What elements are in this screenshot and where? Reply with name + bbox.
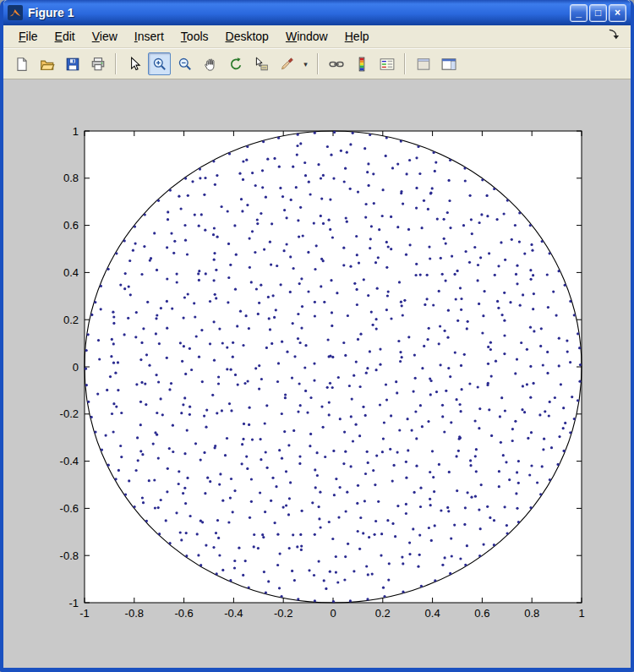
x-tick-label: -0.8 (125, 607, 144, 620)
rotate-3d-icon (228, 57, 243, 72)
y-tick-label: 1 (73, 125, 79, 138)
x-tick-label: -0.4 (224, 607, 243, 620)
zoom-in-icon (152, 57, 167, 72)
x-tick-label: 1 (578, 607, 584, 620)
title-bar[interactable]: Figure 1 _ □ × (3, 0, 631, 25)
show-plot-tools-icon (441, 57, 456, 72)
toolbar-separator (115, 53, 117, 74)
print-figure-button[interactable] (86, 52, 109, 75)
x-tick-label: 0.4 (425, 607, 440, 620)
print-figure-icon (90, 57, 106, 72)
menu-item-window[interactable]: Window (277, 26, 336, 46)
open-file-icon (40, 57, 55, 72)
rotate-3d-button[interactable] (224, 52, 247, 75)
menu-item-help[interactable]: Help (336, 26, 378, 46)
x-tick-label: -0.2 (274, 607, 292, 620)
save-figure-icon (65, 57, 80, 72)
insert-colorbar-icon (354, 57, 369, 72)
close-icon: × (609, 5, 626, 21)
menu-items: FileEditViewInsertToolsDesktopWindowHelp (10, 26, 378, 46)
plot-area[interactable]: -1-0.8-0.6-0.4-0.200.20.40.60.8110.80.60… (34, 123, 603, 630)
x-tick-label: 0.2 (375, 607, 391, 620)
insert-legend-button[interactable] (375, 52, 398, 75)
pan-icon (203, 57, 218, 72)
matlab-icon (8, 5, 23, 20)
menu-item-tools[interactable]: Tools (172, 26, 217, 46)
brush-dropdown-arrow[interactable]: ▾ (300, 52, 311, 75)
x-tick-label: -0.6 (174, 607, 193, 620)
menu-item-desktop[interactable]: Desktop (217, 26, 277, 46)
x-tick-label: 0 (330, 607, 336, 620)
show-plot-tools-button[interactable] (437, 52, 460, 75)
menu-item-insert[interactable]: Insert (126, 26, 172, 46)
dock-figure-icon[interactable] (604, 27, 624, 46)
menu-item-view[interactable]: View (84, 26, 126, 46)
toolbar-buttons: ▾ (10, 52, 460, 75)
close-button[interactable]: × (609, 4, 626, 22)
edit-plot-icon (127, 57, 142, 72)
save-figure-button[interactable] (61, 52, 84, 75)
y-tick-label: 0 (73, 361, 79, 374)
y-tick-label: -0.2 (60, 407, 79, 420)
y-tick-label: 0.2 (63, 314, 79, 326)
link-plot-button[interactable] (325, 52, 347, 75)
x-tick-label: -1 (79, 607, 90, 620)
minimize-icon: _ (571, 5, 587, 21)
new-figure-icon (14, 57, 30, 72)
maximize-icon: □ (590, 5, 606, 21)
insert-legend-icon (380, 57, 395, 72)
y-tick-label: -0.8 (60, 549, 79, 562)
open-file-button[interactable] (36, 52, 58, 75)
window-title: Figure 1 (28, 6, 74, 19)
maximize-button[interactable]: □ (589, 4, 607, 22)
figure-window: Figure 1 _ □ × FileEditViewInsertToolsDe… (0, 0, 634, 672)
figure-canvas: -1-0.8-0.6-0.4-0.200.20.40.60.8110.80.60… (3, 79, 631, 668)
menu-bar: FileEditViewInsertToolsDesktopWindowHelp (3, 25, 631, 48)
y-tick-label: 0.8 (63, 172, 79, 184)
brush-icon (279, 57, 294, 72)
y-tick-label: -1 (68, 597, 79, 609)
zoom-out-icon (178, 57, 193, 72)
new-figure-button[interactable] (10, 52, 33, 75)
zoom-in-button[interactable] (148, 52, 171, 75)
x-tick-label: 0.6 (474, 607, 489, 620)
link-plot-icon (329, 57, 344, 72)
insert-colorbar-button[interactable] (350, 52, 373, 75)
toolbar-separator (404, 53, 406, 74)
brush-button[interactable] (275, 52, 298, 75)
y-tick-label: -0.4 (60, 455, 79, 467)
hide-plot-tools-button[interactable] (412, 52, 435, 75)
data-cursor-button[interactable] (249, 52, 272, 75)
toolbar: ▾ (3, 48, 631, 79)
hide-plot-tools-icon (416, 57, 431, 72)
pan-button[interactable] (199, 52, 221, 75)
x-tick-label: 0.8 (524, 607, 539, 620)
y-tick-label: 0.6 (63, 219, 79, 232)
minimize-button[interactable]: _ (570, 4, 588, 22)
y-tick-label: -0.6 (60, 502, 79, 515)
data-cursor-icon (254, 57, 269, 72)
menu-item-file[interactable]: File (10, 26, 46, 46)
edit-plot-button[interactable] (123, 52, 145, 75)
menu-item-edit[interactable]: Edit (46, 26, 84, 46)
toolbar-separator (317, 53, 319, 74)
zoom-out-button[interactable] (173, 52, 196, 75)
window-controls: _ □ × (570, 4, 626, 22)
y-tick-label: 0.4 (63, 266, 79, 279)
